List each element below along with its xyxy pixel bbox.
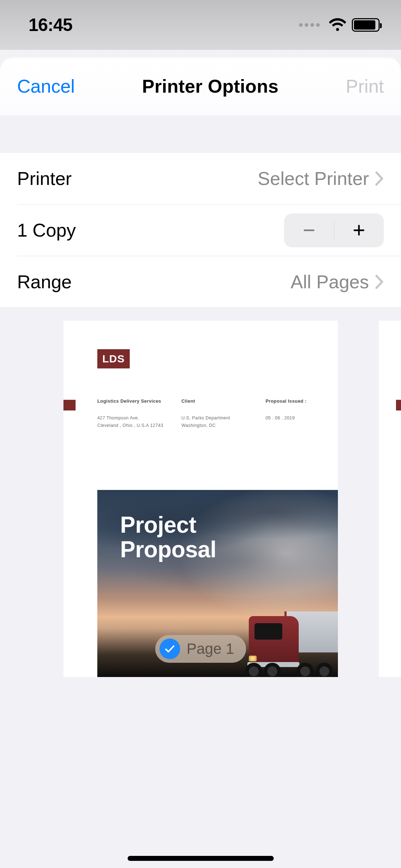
page-thumbnail[interactable]: LDS Logistics Delivery Services 427 Thom… bbox=[63, 321, 338, 677]
plus-icon bbox=[351, 222, 367, 238]
chevron-right-icon bbox=[375, 171, 384, 186]
col-client: Client U.S. Parks Department Washington,… bbox=[181, 398, 266, 429]
printer-value: Select Printer bbox=[258, 168, 375, 189]
nav-bar: Cancel Printer Options Print bbox=[0, 57, 401, 116]
cellular-dots-icon bbox=[299, 23, 320, 27]
col-company: Logistics Delivery Services 427 Thompson… bbox=[97, 398, 181, 429]
col-client-head: Client bbox=[181, 398, 266, 404]
range-label: Range bbox=[17, 271, 72, 293]
status-icons bbox=[299, 18, 380, 32]
doc-title: Project Proposal bbox=[120, 513, 216, 562]
col-client-detail: U.S. Parks Department Washington, DC bbox=[181, 414, 266, 429]
brand-logo: LDS bbox=[97, 349, 130, 368]
col-issued-l1: 05 . 06 . 2019 bbox=[266, 414, 322, 422]
minus-icon bbox=[301, 222, 317, 238]
col-company-l2: Cleveland , Ohio , U.S.A 12743 bbox=[97, 422, 181, 429]
range-value: All Pages bbox=[291, 271, 375, 293]
truck-illustration bbox=[227, 597, 338, 677]
page-indicator[interactable]: Page 1 bbox=[155, 635, 246, 663]
doc-title-l1: Project bbox=[120, 513, 216, 537]
doc-header-columns: Logistics Delivery Services 427 Thompson… bbox=[97, 398, 322, 429]
wifi-icon bbox=[328, 18, 347, 32]
col-company-l1: 427 Thompson Ave. bbox=[97, 414, 181, 422]
page-indicator-label: Page 1 bbox=[186, 640, 234, 657]
print-button[interactable]: Print bbox=[346, 76, 384, 97]
col-issued: Proposal Issued : 05 . 06 . 2019 bbox=[266, 398, 322, 429]
svg-rect-0 bbox=[304, 229, 314, 231]
status-time: 16:45 bbox=[29, 15, 72, 35]
chevron-right-icon bbox=[375, 275, 384, 289]
range-row[interactable]: Range All Pages bbox=[17, 256, 401, 308]
cancel-button[interactable]: Cancel bbox=[17, 76, 75, 97]
next-page-peek[interactable] bbox=[379, 321, 401, 677]
print-options-sheet: Cancel Printer Options Print Printer Sel… bbox=[0, 57, 401, 868]
accent-block bbox=[63, 400, 76, 410]
stepper-increment[interactable] bbox=[334, 213, 384, 247]
printer-label: Printer bbox=[17, 168, 72, 189]
page-title: Printer Options bbox=[142, 76, 278, 97]
col-client-l1: U.S. Parks Department bbox=[181, 414, 266, 422]
col-company-detail: 427 Thompson Ave. Cleveland , Ohio , U.S… bbox=[97, 414, 181, 429]
col-company-head: Logistics Delivery Services bbox=[97, 398, 181, 404]
settings-group: Printer Select Printer 1 Copy Range All … bbox=[0, 152, 401, 308]
home-indicator[interactable] bbox=[128, 856, 274, 861]
col-issued-detail: 05 . 06 . 2019 bbox=[266, 414, 322, 422]
stepper-decrement[interactable] bbox=[284, 213, 334, 247]
printer-row[interactable]: Printer Select Printer bbox=[0, 153, 401, 204]
check-icon bbox=[159, 639, 180, 659]
copies-stepper bbox=[284, 213, 384, 247]
battery-icon bbox=[352, 18, 380, 32]
copies-row: 1 Copy bbox=[17, 204, 401, 256]
preview-area[interactable]: LDS Logistics Delivery Services 427 Thom… bbox=[0, 321, 401, 868]
col-client-l2: Washington, DC bbox=[181, 422, 266, 429]
doc-title-l2: Proposal bbox=[120, 537, 216, 562]
col-issued-head: Proposal Issued : bbox=[266, 398, 322, 404]
status-bar: 16:45 bbox=[0, 0, 401, 50]
svg-rect-2 bbox=[358, 225, 360, 236]
copies-label: 1 Copy bbox=[17, 219, 76, 241]
